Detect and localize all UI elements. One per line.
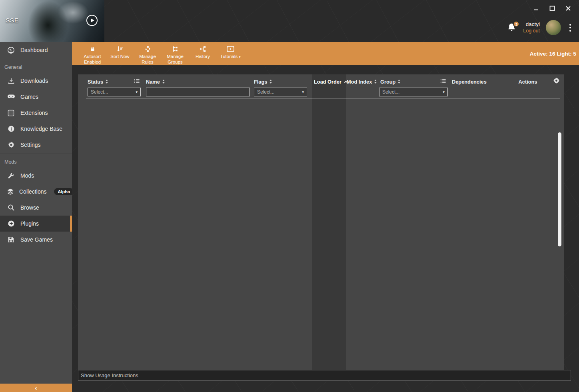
sidebar-item-games[interactable]: Games (0, 89, 72, 105)
sidebar-item-knowledge-base[interactable]: Knowledge Base (0, 121, 72, 137)
sidebar-item-mods[interactable]: Mods (0, 168, 72, 184)
window-controls (532, 4, 573, 13)
gear-icon (7, 141, 15, 148)
user-area: 3 dactyl Log out (507, 20, 573, 35)
tutorials-icon (227, 45, 234, 52)
play-button[interactable] (86, 15, 98, 26)
table-scrollbar[interactable] (558, 132, 561, 246)
filter-divider (86, 98, 560, 98)
table-settings-gear-icon[interactable] (553, 77, 560, 86)
game-label: SSE (6, 17, 19, 24)
column-header-status[interactable]: Status (88, 78, 108, 86)
sidebar-item-browse[interactable]: Browse (0, 200, 72, 216)
info-icon (7, 125, 15, 132)
minimize-icon (533, 6, 539, 11)
rules-icon (144, 45, 151, 52)
toolbar-buttons: Autosort EnabledSort NowManage RulesMana… (81, 45, 242, 65)
sidebar-section-mods: Mods (0, 155, 72, 168)
toolbar-history[interactable]: History (191, 45, 214, 65)
vortex-window: SSE 3 dactyl (0, 0, 579, 392)
chevron-down-icon: ▾ (443, 90, 445, 94)
layers-icon (7, 188, 14, 195)
search-icon (7, 204, 15, 211)
game-banner[interactable]: SSE (0, 0, 104, 42)
chevron-down-icon: ▾ (302, 90, 304, 94)
sidebar-item-label: Downloads (20, 78, 48, 84)
column-header-dependencies: Dependencies (452, 78, 487, 86)
sort-icons (162, 80, 165, 84)
group-column-options-icon[interactable] (440, 78, 446, 86)
name-filter-input[interactable] (146, 88, 250, 96)
sidebar-item-dashboard[interactable]: Dashboard (0, 42, 72, 58)
sidebar-collapse-button[interactable]: ‹ (0, 384, 72, 392)
dashboard-icon (7, 46, 15, 54)
history-icon (200, 45, 206, 52)
titlebar: SSE 3 dactyl (0, 0, 579, 42)
sort-icons (270, 80, 272, 84)
toolbar-sort-now[interactable]: Sort Now (108, 45, 132, 65)
status-filter-select[interactable]: Select...▾ (88, 88, 141, 96)
close-button[interactable] (564, 4, 573, 13)
toolbar-autosort-enabled[interactable]: Autosort Enabled (81, 45, 104, 65)
sidebar-item-label: Collections (19, 188, 46, 195)
sort-icons (106, 80, 108, 84)
sidebar-item-label: Dashboard (20, 47, 48, 53)
chevron-left-icon: ‹ (35, 384, 37, 392)
column-header-group[interactable]: Group (380, 78, 400, 86)
sidebar-item-label: Knowledge Base (20, 126, 62, 132)
logout-link[interactable]: Log out (523, 28, 540, 34)
plugin-table: Status Name Flags Load Order Mod Index (78, 74, 564, 370)
notifications-button[interactable]: 3 (507, 22, 517, 33)
column-header-load-order[interactable]: Load Order (314, 78, 347, 86)
chevron-down-icon: ▾ (239, 55, 240, 59)
sidebar-item-settings[interactable]: Settings (0, 137, 72, 153)
sidebar-item-collections[interactable]: CollectionsAlpha (0, 184, 72, 200)
groups-icon (172, 45, 179, 52)
maximize-button[interactable] (548, 4, 557, 13)
column-header-name[interactable]: Name (146, 78, 165, 86)
sidebar-item-plugins[interactable]: Plugins (0, 216, 72, 232)
extensions-icon (7, 110, 15, 116)
sidebar-item-downloads[interactable]: Downloads (0, 73, 72, 89)
toolbar-manage-rules[interactable]: Manage Rules (136, 45, 159, 65)
sidebar-item-label: Games (20, 94, 38, 100)
notification-badge: 3 (513, 21, 519, 27)
download-icon (7, 77, 15, 84)
sort-icons (398, 80, 400, 84)
sidebar-item-extensions[interactable]: Extensions (0, 105, 72, 121)
sidebar-item-save-games[interactable]: Save Games (0, 232, 72, 248)
sorted-column-highlight (312, 74, 346, 370)
sort-icons (374, 80, 377, 84)
toolbar-tutorials[interactable]: Tutorials ▾ (219, 45, 242, 65)
wrench-icon (7, 172, 15, 179)
column-header-actions: Actions (494, 78, 562, 86)
active-summary: Active: 16 Light: 5 (530, 42, 576, 65)
status-column-options-icon[interactable] (134, 78, 140, 86)
lock-icon (90, 45, 95, 52)
column-header-mod-index[interactable]: Mod Index (347, 78, 377, 86)
sidebar-nav: DashboardGeneralDownloadsGamesExtensions… (0, 42, 72, 248)
sidebar-item-label: Extensions (20, 110, 48, 116)
username: dactyl (523, 21, 540, 28)
sidebar-item-label: Plugins (20, 220, 39, 227)
main-content: Status Name Flags Load Order Mod Index (72, 65, 579, 392)
minimize-button[interactable] (532, 4, 541, 13)
toolbar-manage-groups[interactable]: Manage Groups (164, 45, 187, 65)
sidebar-item-label: Settings (20, 142, 41, 148)
gamepad-icon (7, 94, 15, 100)
group-filter-select[interactable]: Select...▾ (379, 88, 448, 96)
sidebar-item-label: Browse (20, 204, 39, 211)
plugins-toolbar: Autosort EnabledSort NowManage RulesMana… (72, 42, 579, 65)
show-usage-instructions[interactable]: Show Usage Instructions (78, 370, 571, 381)
play-icon (91, 18, 94, 22)
column-header-flags[interactable]: Flags (254, 78, 272, 86)
overflow-menu-button[interactable] (567, 22, 573, 33)
sidebar-item-label: Save Games (20, 236, 53, 243)
alpha-badge: Alpha (54, 188, 74, 195)
avatar[interactable] (546, 20, 561, 35)
sort-icon (117, 45, 124, 52)
close-icon (565, 6, 571, 11)
sidebar-section-general: General (0, 60, 72, 73)
maximize-icon (549, 6, 555, 11)
flags-filter-select[interactable]: Select...▾ (254, 88, 307, 96)
